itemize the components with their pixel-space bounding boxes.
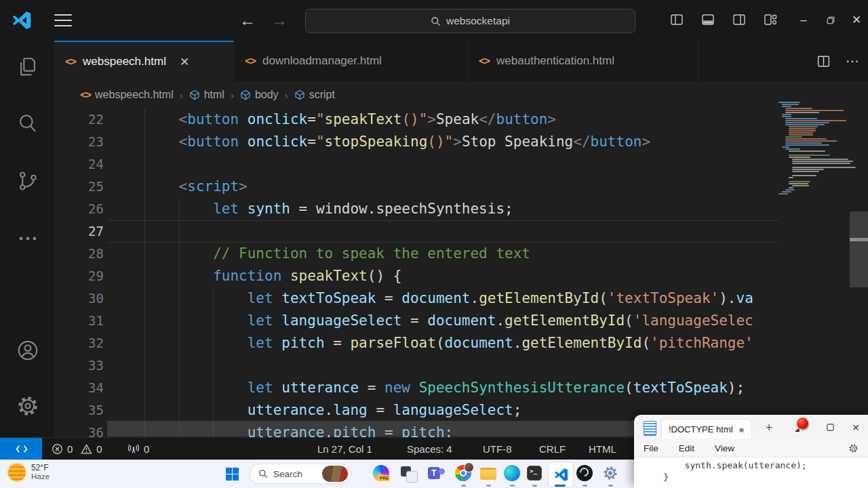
vscode-taskbar-icon[interactable] — [548, 462, 574, 487]
search-value: websocketapi — [446, 15, 510, 27]
source-control-icon[interactable] — [16, 169, 39, 192]
notepad-app-icon — [644, 421, 656, 436]
red-pushpin-icon — [794, 416, 810, 432]
notepad-window: !DOCTYPE html ● + ✕ File Edit View synth… — [634, 415, 868, 488]
toggle-secondary-sidebar-icon[interactable] — [732, 13, 746, 26]
problems-status[interactable]: 0 0 — [52, 438, 102, 460]
radio-tower-icon — [127, 443, 140, 455]
overview-ruler-mark — [850, 238, 868, 241]
search-highlight-image — [322, 466, 348, 482]
toggle-panel-icon[interactable] — [701, 13, 715, 26]
breadcrumb-html[interactable]: html — [189, 89, 224, 101]
encoding-status[interactable]: UTF-8 — [483, 438, 512, 460]
notepad-tab[interactable]: !DOCTYPE html ● — [661, 419, 752, 439]
settings-gear-icon[interactable] — [16, 394, 39, 418]
warning-icon — [81, 443, 92, 455]
editor-tab-bar: <> webspeech.html ✕ <> downloadmanager.h… — [54, 41, 868, 81]
terminal-icon[interactable]: >_ — [527, 465, 545, 483]
notepad-close-button[interactable]: ✕ — [847, 420, 865, 435]
chrome-icon[interactable] — [455, 465, 473, 483]
html-file-icon: <> — [245, 55, 256, 67]
explorer-icon[interactable] — [16, 56, 39, 79]
minimap[interactable] — [778, 102, 850, 437]
search-icon — [431, 16, 441, 26]
search-sidebar-icon[interactable] — [16, 112, 39, 135]
notepad-new-tab-button[interactable]: + — [760, 419, 778, 436]
menu-icon[interactable] — [54, 14, 72, 26]
file-explorer-icon[interactable] — [480, 465, 498, 483]
back-arrow-icon[interactable]: ← — [236, 9, 259, 31]
taskbar-search[interactable]: Search — [250, 464, 351, 484]
notepad-menu-edit[interactable]: Edit — [679, 443, 694, 453]
more-actions-icon[interactable]: ⋯ — [846, 53, 860, 69]
html-file-icon: <> — [479, 55, 490, 67]
notepad-settings-icon[interactable] — [848, 443, 859, 453]
copilot-icon[interactable]: PRE — [373, 465, 391, 483]
split-editor-icon[interactable] — [816, 54, 831, 68]
more-views-icon[interactable] — [16, 227, 39, 250]
symbol-cube-icon — [189, 89, 200, 100]
toggle-sidebar-icon[interactable] — [670, 13, 684, 26]
notepad-maximize-button[interactable] — [821, 420, 839, 435]
notepad-menu-bar: File Edit View — [634, 439, 868, 458]
task-view-icon[interactable] — [400, 465, 418, 483]
notepad-tab-title: !DOCTYPE html — [669, 424, 733, 434]
windows-settings-icon[interactable] — [602, 465, 620, 483]
activity-bar — [0, 41, 54, 437]
customize-layout-icon[interactable] — [764, 13, 777, 26]
notepad-menu-file[interactable]: File — [644, 443, 658, 453]
tab-downloadmanager[interactable]: <> downloadmanager.html — [234, 41, 468, 81]
html-file-icon: <> — [80, 89, 91, 101]
tab-label: webauthentication.html — [496, 54, 614, 68]
notepad-text-area[interactable]: synth.speak(utterance); } — [634, 458, 868, 488]
weather-temp: 52°F — [31, 463, 50, 472]
code-lines: <button onclick="speakText()">Speak</but… — [144, 108, 753, 437]
tab-label: webspeech.html — [83, 55, 166, 68]
remote-indicator[interactable] — [0, 438, 42, 460]
notepad-menu-view[interactable]: View — [715, 443, 734, 453]
notepad-text: synth.speak(utterance); } — [642, 460, 868, 483]
ports-status[interactable]: 0 — [127, 438, 149, 460]
tab-webauthentication[interactable]: <> webauthentication.html — [468, 41, 698, 81]
breadcrumb-script[interactable]: script — [294, 89, 335, 101]
symbol-cube-icon — [294, 89, 305, 100]
vscode-logo-icon — [11, 9, 33, 31]
close-button[interactable]: ✕ — [846, 12, 867, 28]
tab-webspeech[interactable]: <> webspeech.html ✕ — [54, 41, 234, 81]
error-icon — [52, 443, 63, 455]
symbol-cube-icon — [240, 89, 251, 100]
weather-widget[interactable]: 52°F Haze — [8, 463, 50, 481]
tab-close-icon[interactable]: ✕ — [180, 55, 189, 69]
vertical-scrollbar[interactable] — [850, 211, 868, 287]
weather-condition: Haze — [31, 472, 50, 481]
title-bar: ← → websocketapi – ✕ — [0, 0, 868, 41]
search-icon — [258, 469, 268, 479]
html-file-icon: <> — [65, 56, 76, 68]
teams-icon[interactable]: T — [428, 465, 446, 483]
eol-status[interactable]: CRLF — [539, 438, 566, 460]
taskbar-search-label: Search — [273, 469, 317, 479]
code-editor[interactable]: 222324252627282930313233343536 <button o… — [54, 108, 778, 437]
screen: ← → websocketapi – ✕ — [0, 0, 868, 488]
chrome-profile-avatar — [464, 462, 474, 472]
breadcrumb-file[interactable]: <> webspeech.html — [80, 89, 174, 101]
obs-icon[interactable] — [576, 465, 594, 483]
unsaved-dot: ● — [738, 424, 745, 435]
tab-label: downloadmanager.html — [262, 54, 382, 68]
indentation-status[interactable]: Spaces: 4 — [407, 438, 452, 460]
gutter: 222324252627282930313233343536 — [54, 108, 104, 437]
search-command-center[interactable]: websocketapi — [305, 9, 635, 33]
language-mode-status[interactable]: HTML — [589, 438, 616, 460]
forward-arrow-icon[interactable]: → — [268, 9, 291, 31]
restore-button[interactable] — [821, 12, 841, 28]
accounts-icon[interactable] — [16, 339, 39, 362]
start-button[interactable] — [226, 468, 239, 481]
breadcrumb: <> webspeech.html › html › body › script — [54, 81, 778, 108]
cursor-position[interactable]: Ln 27, Col 1 — [317, 438, 372, 460]
haze-sun-icon — [8, 464, 26, 481]
edge-icon[interactable] — [504, 465, 521, 483]
breadcrumb-body[interactable]: body — [240, 89, 279, 101]
minimize-button[interactable]: – — [793, 12, 814, 28]
